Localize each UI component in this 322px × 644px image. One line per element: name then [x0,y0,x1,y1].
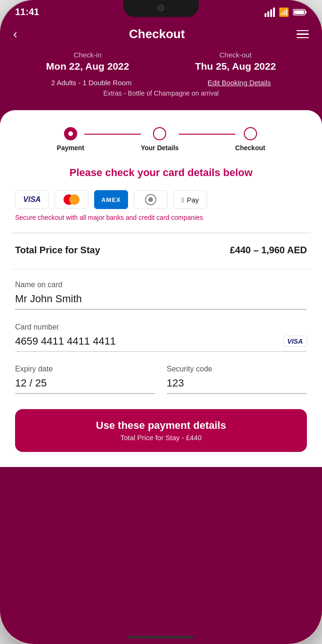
signal-icon [265,8,275,17]
step-circle-payment [64,127,77,140]
visa-badge: VISA [15,190,49,209]
page-title: Checkout [129,27,185,41]
step-label-payment: Payment [57,144,84,152]
card-number-field-group: Card number 4659 4411 4411 4411 VISA [15,323,307,352]
name-label: Name on card [15,281,307,289]
dates-row: Check-in Mon 22, Aug 2022 Check-out Thu … [13,51,309,72]
visa-logo: VISA [23,195,40,204]
wifi-icon: 📶 [279,7,289,17]
expiry-underline [15,393,155,394]
svg-rect-1 [305,11,306,14]
mastercard-logo [64,194,80,205]
checkout-block: Check-out Thu 25, Aug 2022 [195,51,276,72]
security-value[interactable]: 123 [167,377,307,393]
step-checkout: Checkout [235,127,266,152]
expiry-text: 12 / 25 [15,377,47,389]
header: ‹ Checkout Check-in Mon 22, Aug 2022 Che… [0,21,322,110]
back-button[interactable]: ‹ [13,27,17,41]
name-underline [15,309,307,310]
divider-1 [11,233,311,233]
amex-logo: AMEX [101,196,121,203]
total-price-row: Total Price for Stay £440 – 1,960 AED [15,245,307,256]
step-line-2 [179,134,235,135]
diners-badge [134,190,168,209]
phone-screen: 11:41 📶 ‹ Checkout [0,0,322,644]
total-value: £440 – 1,960 AED [230,245,307,256]
security-underline [167,393,307,394]
checkout-label: Check-out [195,51,276,59]
notch [123,0,199,17]
use-payment-button[interactable]: Use these payment details Total Price fo… [15,409,307,452]
step-label-checkout: Checkout [235,144,266,152]
checkin-label: Check-in [46,51,129,59]
security-field-group: Security code 123 [167,365,307,394]
step-line-1 [84,134,141,135]
step-circle-details [153,127,166,140]
edit-booking-link[interactable]: Edit Booking Details [208,79,271,87]
name-value[interactable]: Mr John Smith [15,293,307,309]
diners-inner [148,197,153,202]
expiry-label: Expiry date [15,365,155,373]
booking-info: Check-in Mon 22, Aug 2022 Check-out Thu … [13,51,309,97]
progress-steps: Payment Your Details Checkout [15,127,307,152]
card-number-label: Card number [15,323,307,331]
security-text: 123 [167,377,184,389]
step-details: Your Details [141,127,179,152]
total-label: Total Price for Stay [15,245,100,256]
diners-logo [145,194,156,205]
name-field-group: Name on card Mr John Smith [15,281,307,310]
phone-frame: 11:41 📶 ‹ Checkout [0,0,322,644]
cta-main-text: Use these payment details [26,419,296,432]
mastercard-badge [55,190,89,209]
step-payment: Payment [57,127,84,152]
status-time: 11:41 [15,7,39,17]
applepay-badge:  Pay [173,190,207,209]
checkin-date: Mon 22, Aug 2022 [46,61,129,72]
card-prompt: Please check your card details below [15,167,307,179]
checkout-date: Thu 25, Aug 2022 [195,61,276,72]
name-text: Mr John Smith [15,293,82,305]
divider-2 [11,269,311,270]
home-indicator [128,636,194,638]
cta-sub-text: Total Price for Stay - £440 [26,434,296,442]
mc-yellow-circle [69,194,80,205]
card-number-text: 4659 4411 4411 4411 [15,335,116,347]
guests-info: 2 Adults - 1 Double Room [51,79,132,87]
status-icons: 📶 [265,7,307,17]
card-number-underline [15,351,307,352]
header-nav: ‹ Checkout [13,21,309,51]
svg-rect-2 [294,10,304,14]
secure-text: Secure checkout with all major banks and… [15,214,307,221]
expiry-field-group: Expiry date 12 / 25 [15,365,155,394]
amex-badge: AMEX [94,190,128,209]
payment-methods: VISA AMEX  Pay [15,190,307,209]
battery-icon [293,8,307,16]
camera [158,5,164,11]
menu-button[interactable] [297,30,309,39]
checkin-block: Check-in Mon 22, Aug 2022 [46,51,129,72]
card-number-value[interactable]: 4659 4411 4411 4411 VISA [15,335,307,351]
booking-details-row: 2 Adults - 1 Double Room Edit Booking De… [13,79,309,87]
extras-text: Extras - Bottle of Champagne on arrival [13,89,309,97]
applepay-logo:  Pay [181,196,199,204]
security-label: Security code [167,365,307,373]
card-type-badge: VISA [283,336,307,347]
step-circle-checkout [244,127,257,140]
step-label-details: Your Details [141,144,179,152]
two-fields-row: Expiry date 12 / 25 Security code 123 [15,365,307,394]
main-card: Payment Your Details Checkout Please che… [0,110,322,467]
expiry-value[interactable]: 12 / 25 [15,377,155,393]
